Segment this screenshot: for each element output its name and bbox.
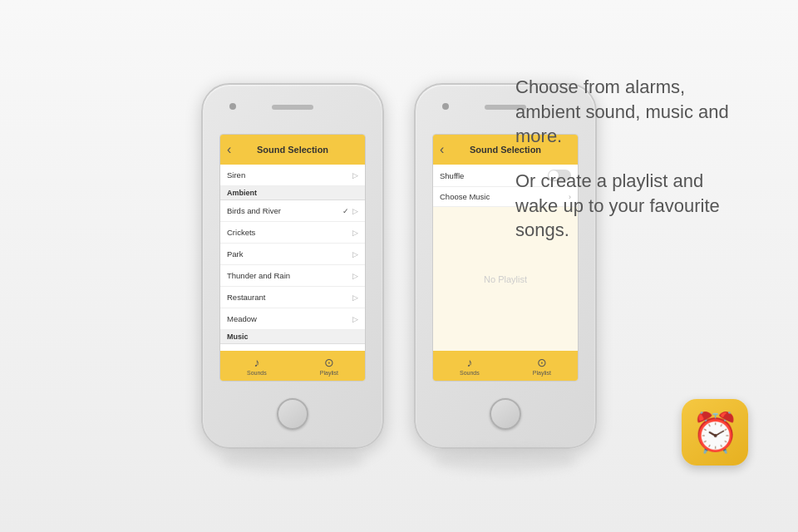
item-check-birds-river: ✓ xyxy=(342,207,349,215)
item-label-meadow: Meadow xyxy=(227,314,352,323)
tab-sounds-label-2: Sounds xyxy=(460,370,480,376)
list-item-siren[interactable]: Siren ▷ xyxy=(220,165,365,186)
item-label-birds-river: Birds and River xyxy=(227,206,342,215)
camera-dot-1 xyxy=(229,103,236,110)
phone-1-tab-bar: ♪ Sounds ⊙ Playlist xyxy=(220,351,365,381)
list-item-crickets[interactable]: Crickets ▷ xyxy=(220,222,365,244)
item-label-restaurant: Restaurant xyxy=(227,293,352,302)
list-item-wind-chi[interactable]: Wind Chi... ▷ xyxy=(220,344,365,350)
section-ambient: Ambient xyxy=(220,186,365,200)
no-playlist-label: No Playlist xyxy=(484,274,527,284)
camera-dot-2 xyxy=(442,103,449,110)
phone-2-tab-bar: ♪ Sounds ⊙ Playlist xyxy=(433,351,578,381)
scene: ‹ Sound Selection Siren ▷ Ambient Birds … xyxy=(0,0,798,532)
item-label-siren: Siren xyxy=(227,170,352,180)
phone-1-title: Sound Selection xyxy=(257,145,328,155)
phone-2-bottom xyxy=(416,382,595,447)
playlist-icon-1: ⊙ xyxy=(324,356,334,369)
back-button-2[interactable]: ‹ xyxy=(440,142,444,157)
tab-playlist-label-1: Playlist xyxy=(320,370,338,376)
tab-playlist-1[interactable]: ⊙ Playlist xyxy=(320,356,338,376)
list-item-restaurant[interactable]: Restaurant ▷ xyxy=(220,287,365,308)
text-line-2: Or create a playlist and wake up to your… xyxy=(515,169,748,243)
item-arrow-park: ▷ xyxy=(352,250,358,259)
item-arrow-thunder-rain: ▷ xyxy=(352,272,358,280)
item-arrow-siren: ▷ xyxy=(352,171,358,180)
list-item-meadow[interactable]: Meadow ▷ xyxy=(220,308,365,330)
list-item-park[interactable]: Park ▷ xyxy=(220,244,365,265)
item-label-crickets: Crickets xyxy=(227,228,352,237)
tab-playlist-2[interactable]: ⊙ Playlist xyxy=(533,356,551,376)
list-item-thunder-rain[interactable]: Thunder and Rain ▷ xyxy=(220,265,365,287)
tab-sounds-2[interactable]: ♪ Sounds xyxy=(460,356,480,376)
tab-sounds-label-1: Sounds xyxy=(247,370,267,376)
speaker-1 xyxy=(272,105,313,110)
home-button-1[interactable] xyxy=(277,398,308,430)
sounds-icon-1: ♪ xyxy=(254,356,259,369)
section-music: Music xyxy=(220,330,365,344)
tab-sounds-1[interactable]: ♪ Sounds xyxy=(247,356,267,376)
item-arrow-meadow: ▷ xyxy=(352,315,358,323)
item-arrow-birds-river: ▷ xyxy=(352,207,358,215)
app-icon: ⏰ xyxy=(682,399,748,466)
item-label-thunder-rain: Thunder and Rain xyxy=(227,271,352,280)
phone-1-screen: ‹ Sound Selection Siren ▷ Ambient Birds … xyxy=(219,134,366,381)
phone-1-top xyxy=(203,85,382,134)
item-arrow-crickets: ▷ xyxy=(352,229,358,237)
sounds-icon-2: ♪ xyxy=(466,356,472,369)
tab-playlist-label-2: Playlist xyxy=(533,370,551,376)
text-line-1: Choose from alarms, ambient sound, music… xyxy=(515,75,748,149)
back-button-1[interactable]: ‹ xyxy=(227,142,231,157)
alarm-clock-icon: ⏰ xyxy=(692,410,739,455)
item-label-park: Park xyxy=(227,249,352,259)
text-block: Choose from alarms, ambient sound, music… xyxy=(515,75,748,263)
item-arrow-restaurant: ▷ xyxy=(352,293,358,302)
playlist-icon-2: ⊙ xyxy=(537,356,547,369)
phone-1: ‹ Sound Selection Siren ▷ Ambient Birds … xyxy=(201,83,384,449)
list-item-birds-river[interactable]: Birds and River ✓ ▷ xyxy=(220,200,365,222)
phone-1-list: Siren ▷ Ambient Birds and River ✓ ▷ Cric… xyxy=(220,165,365,350)
phone-1-bottom xyxy=(203,382,382,447)
home-button-2[interactable] xyxy=(490,398,521,430)
phone-1-header: ‹ Sound Selection xyxy=(220,135,365,165)
